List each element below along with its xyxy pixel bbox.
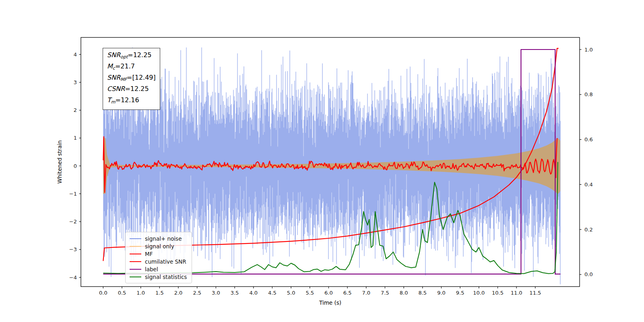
tick-label: 10.5 xyxy=(492,290,504,296)
tick-label: 11.0 xyxy=(511,290,522,296)
y-axis-label: Whitened strain xyxy=(56,140,63,184)
tick-label: 5.0 xyxy=(287,290,295,296)
annotation-line-snr-opt: SNRopt=12.25 xyxy=(107,50,156,62)
line-swatch-icon xyxy=(130,261,141,262)
legend-item-label: label xyxy=(130,265,187,273)
legend-item-mf: MF xyxy=(130,250,187,258)
tick-label: 1 xyxy=(74,135,77,141)
matplotlib-figure: 0.00.51.01.52.02.53.03.54.04.55.05.56.06… xyxy=(0,0,644,322)
tick-label: 11.5 xyxy=(529,290,541,296)
legend-item-signal-only: signal only xyxy=(130,242,187,250)
tick-label: 7.0 xyxy=(362,290,370,296)
legend: signal+ noise signal only MF cumilative … xyxy=(125,232,192,283)
tick-label: 2 xyxy=(74,107,77,113)
tick-label: 0.4 xyxy=(584,182,593,188)
tick-label: 0.0 xyxy=(99,290,107,296)
tick-label: 3 xyxy=(74,79,77,85)
tick-label: 6.0 xyxy=(324,290,333,296)
tick-label: 3.0 xyxy=(212,290,220,296)
tick-label: 4 xyxy=(74,52,77,58)
tick-label: 0.0 xyxy=(584,271,593,277)
line-swatch-icon xyxy=(130,238,141,239)
tick-label: 9.0 xyxy=(437,290,446,296)
tick-label: −4 xyxy=(69,275,77,281)
tick-label: 1.0 xyxy=(584,47,593,53)
legend-item-signal-noise: signal+ noise xyxy=(130,235,187,242)
tick-label: 8.5 xyxy=(418,290,427,296)
tick-label: 6.5 xyxy=(343,290,352,296)
annotation-line-csnr: CSNR=12.25 xyxy=(107,84,156,95)
tick-label: 9.5 xyxy=(456,290,464,296)
line-swatch-icon xyxy=(130,269,141,270)
line-swatch-icon xyxy=(130,277,141,277)
tick-label: 0.8 xyxy=(584,91,593,97)
legend-item-signal-statistics: signal statistics xyxy=(130,273,187,281)
tick-label: 0.2 xyxy=(584,227,593,233)
tick-label: 4.0 xyxy=(249,290,258,296)
tick-label: 0.6 xyxy=(584,136,593,142)
tick-label: 3.5 xyxy=(231,290,239,296)
tick-label: 1.5 xyxy=(155,290,164,296)
annotation-line-snr-mf: SNRMF=[12.49] xyxy=(107,73,156,84)
plot-area: 0.00.51.01.52.02.53.03.54.04.55.05.56.06… xyxy=(0,0,644,322)
tick-label: −1 xyxy=(69,191,77,197)
x-axis-label: Time (s) xyxy=(319,299,341,306)
annotation-box: SNRopt=12.25 Mc=21.7 SNRMF=[12.49] CSNR=… xyxy=(103,48,160,110)
tick-label: 5.5 xyxy=(305,290,314,296)
tick-label: 1.0 xyxy=(136,290,145,296)
tick-label: 2.5 xyxy=(193,290,201,296)
tick-label: 4.5 xyxy=(268,290,277,296)
tick-label: 0 xyxy=(74,163,77,169)
tick-label: 10.0 xyxy=(473,290,485,296)
tick-label: 2.0 xyxy=(174,290,183,296)
tick-label: −2 xyxy=(69,219,77,225)
annotation-line-mc: Mc=21.7 xyxy=(107,62,156,73)
tick-label: 8.0 xyxy=(400,290,408,296)
tick-label: 7.5 xyxy=(381,290,389,296)
tick-label: 0.5 xyxy=(118,290,126,296)
line-swatch-icon xyxy=(130,246,141,247)
annotation-line-tm: Tm=12.16 xyxy=(107,95,156,107)
tick-label: −3 xyxy=(69,246,77,252)
line-swatch-icon xyxy=(130,254,141,254)
legend-item-cumulative-snr: cumilative SNR xyxy=(130,258,187,265)
